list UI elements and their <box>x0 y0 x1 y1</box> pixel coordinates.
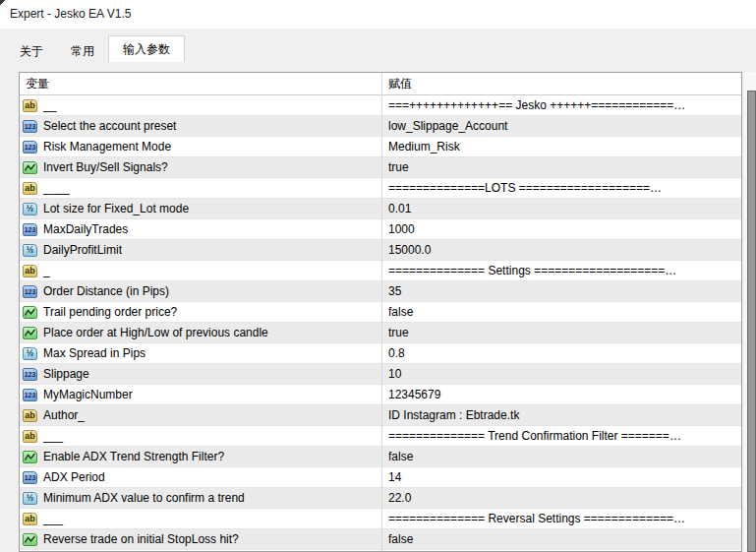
boolean-type-icon <box>23 451 37 463</box>
parameter-value-cell[interactable]: ============== Reversal Settings =======… <box>381 509 741 528</box>
parameter-name: ___ <box>41 429 63 443</box>
parameter-value-cell[interactable]: Medium_Risk <box>381 137 741 156</box>
parameter-value-cell[interactable]: ===+++++++++++++== Jesko ++++++=========… <box>381 95 741 115</box>
string-type-icon: ab <box>23 99 37 112</box>
parameter-value: ===+++++++++++++== Jesko ++++++=========… <box>388 98 685 112</box>
parameter-name: Reverse trade on initial StopLoss hit? <box>41 532 239 546</box>
vertical-scrollbar[interactable] <box>744 72 756 552</box>
double-type-icon: ½ <box>23 203 37 215</box>
parameter-value-cell[interactable]: true <box>381 323 741 342</box>
parameter-value-cell[interactable]: 12345679 <box>381 385 741 404</box>
parameter-value: ID Instagram : Ebtrade.tk <box>388 408 519 422</box>
boolean-type-icon <box>23 327 37 339</box>
parameter-value-cell[interactable]: 0.8 <box>381 343 741 363</box>
parameter-value: true <box>388 326 409 339</box>
parameter-value: false <box>388 305 413 319</box>
parameter-value: 0.8 <box>388 346 405 360</box>
table-row[interactable]: Place order at High/Low of previous cand… <box>20 323 741 343</box>
table-row[interactable]: ½ Max Spread in Pips 0.8 <box>20 343 741 364</box>
parameter-value-cell[interactable]: 35 <box>381 281 741 301</box>
table-row[interactable]: 123 MyMagicNumber 12345679 <box>20 385 741 405</box>
integer-type-icon: 123 <box>23 120 37 133</box>
parameter-value: ============== Trend Confirmation Filter… <box>388 429 681 443</box>
table-row[interactable]: ½ Lot size for Fixed_Lot mode 0.01 <box>20 199 741 219</box>
parameter-name: Invert Buy/Sell Signals? <box>41 160 168 174</box>
integer-type-icon: 123 <box>23 285 37 298</box>
parameter-value: 15000.0 <box>388 243 431 257</box>
parameter-name: Trail pending order price? <box>41 305 177 319</box>
table-row[interactable]: ab __ ===+++++++++++++== Jesko ++++++===… <box>20 95 741 116</box>
table-row[interactable]: ab _ ============== Settings ===========… <box>20 261 741 281</box>
parameter-value-cell[interactable]: ==============LOTS ===================… <box>381 178 741 198</box>
parameter-value-cell[interactable]: true <box>381 157 741 177</box>
parameter-value-cell[interactable]: false <box>381 302 741 322</box>
tab-input-parameters[interactable]: 输入参数 <box>108 35 185 62</box>
table-row[interactable]: Invert Buy/Sell Signals? true <box>20 157 741 178</box>
parameter-name: MaxDailyTrades <box>41 222 128 236</box>
integer-type-icon: 123 <box>23 141 37 153</box>
table-row[interactable]: Trail pending order price? false <box>20 302 741 323</box>
tab-about[interactable]: 关于 <box>6 39 57 62</box>
parameter-value-cell[interactable]: 22.0 <box>381 488 741 508</box>
parameter-value-cell[interactable]: false <box>381 529 741 549</box>
parameter-name: DailyProfitLimit <box>41 243 122 257</box>
parameter-value-cell[interactable]: 15000.0 <box>381 240 741 260</box>
parameter-value-cell[interactable]: ============== Settings ================… <box>381 261 741 280</box>
parameter-value-cell[interactable]: 0.01 <box>381 199 741 218</box>
table-header: 变量 赋值 <box>20 73 741 95</box>
table-row[interactable]: Reverse trade on initial StopLoss hit? f… <box>20 529 741 550</box>
table-row[interactable]: 123 ADX Period 14 <box>20 467 741 488</box>
tab-common[interactable]: 常用 <box>57 39 108 62</box>
parameter-name: Minimum ADX value to confirm a trend <box>41 491 245 505</box>
parameter-value: true <box>388 160 409 174</box>
parameter-value: Medium_Risk <box>388 140 460 153</box>
table-row[interactable]: ½ Minimum ADX value to confirm a trend 2… <box>20 488 741 509</box>
parameter-name: __ <box>41 98 56 112</box>
double-type-icon: ½ <box>23 244 37 257</box>
parameter-name: Select the account preset <box>41 119 176 133</box>
parameter-name: ___ <box>41 512 63 525</box>
parameter-value-cell[interactable]: false <box>381 447 741 466</box>
parameter-value: ==============LOTS ===================… <box>388 181 662 195</box>
parameters-table: 变量 赋值 ab __ ===+++++++++++++== Jesko +++… <box>19 72 742 552</box>
parameter-value: false <box>388 532 413 546</box>
parameter-value-cell[interactable]: 14 <box>381 467 741 487</box>
table-body: ab __ ===+++++++++++++== Jesko ++++++===… <box>20 95 741 550</box>
parameter-value: ============== Settings ================… <box>388 264 676 277</box>
table-row[interactable]: 123 Order Distance (in Pips) 35 <box>20 281 741 302</box>
table-row[interactable]: 123 Select the account preset low_Slippa… <box>20 116 741 137</box>
parameter-name: Lot size for Fixed_Lot mode <box>41 202 189 215</box>
parameter-name: MyMagicNumber <box>41 388 133 401</box>
parameter-name: ADX Period <box>41 470 105 484</box>
parameter-value-cell[interactable]: 1000 <box>381 219 741 239</box>
parameter-value-cell[interactable]: low_Slippage_Account <box>381 116 741 136</box>
parameter-value-cell[interactable]: 10 <box>381 364 741 384</box>
parameter-value: ============== Reversal Settings =======… <box>388 512 685 525</box>
table-row[interactable]: 123 Risk Management Mode Medium_Risk <box>20 137 741 157</box>
column-resize-handle[interactable] <box>381 73 382 551</box>
table-row[interactable]: ab Author_ ID Instagram : Ebtrade.tk <box>20 405 741 426</box>
table-row[interactable]: ½ DailyProfitLimit 15000.0 <box>20 240 741 261</box>
parameter-value: 10 <box>388 367 401 381</box>
parameter-name: Max Spread in Pips <box>41 346 145 360</box>
parameter-value-cell[interactable]: ID Instagram : Ebtrade.tk <box>381 405 741 425</box>
parameter-name: Enable ADX Trend Strength Filter? <box>41 450 224 463</box>
double-type-icon: ½ <box>23 492 37 505</box>
parameter-value-cell[interactable]: ============== Trend Confirmation Filter… <box>381 426 741 446</box>
window-title: Expert - Jesko EA V1.5 <box>10 7 131 21</box>
integer-type-icon: 123 <box>23 389 37 401</box>
parameter-value: 12345679 <box>388 388 440 401</box>
parameter-name: Risk Management Mode <box>41 140 171 153</box>
table-row[interactable]: 123 MaxDailyTrades 1000 <box>20 219 741 240</box>
table-row[interactable]: ab ___ ============== Trend Confirmation… <box>20 426 741 447</box>
table-row[interactable]: Enable ADX Trend Strength Filter? false <box>20 447 741 467</box>
parameter-value: 35 <box>388 284 401 298</box>
column-header-variable: 变量 <box>20 76 381 92</box>
table-row[interactable]: ab ___ ============== Reversal Settings … <box>20 509 741 529</box>
parameter-value: 1000 <box>388 222 415 236</box>
table-row[interactable]: 123 Slippage 10 <box>20 364 741 385</box>
table-row[interactable]: ab ____ ==============LOTS =============… <box>20 178 741 199</box>
scrollbar-thumb[interactable] <box>747 91 756 552</box>
string-type-icon: ab <box>23 265 37 277</box>
integer-type-icon: 123 <box>23 223 37 236</box>
